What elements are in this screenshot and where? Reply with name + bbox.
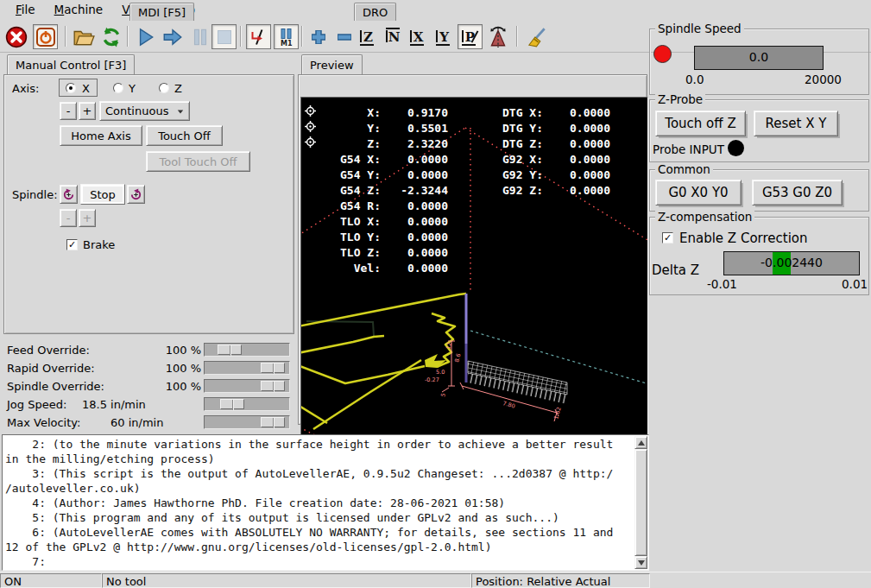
zoom-in-icon <box>308 27 329 47</box>
status-tool: No tool <box>102 573 471 588</box>
view-y-button[interactable]: Y <box>432 24 457 49</box>
slider-handle[interactable] <box>261 381 285 391</box>
dro-label: X: <box>319 106 381 119</box>
scroll-down-button[interactable] <box>634 556 647 569</box>
spindle-reverse-button[interactable] <box>60 185 78 204</box>
axis-z-radio[interactable] <box>159 83 169 93</box>
status-position-mode: Position: Relative Actual <box>471 573 650 588</box>
view-z-icon: Z <box>358 27 378 47</box>
svg-text:M1: M1 <box>281 40 293 47</box>
dro-label2: G92 Z: <box>448 184 543 197</box>
menu-machine[interactable]: Machine <box>46 1 112 19</box>
tab-mdi[interactable]: MDI [F5] <box>129 3 194 21</box>
override-slider[interactable] <box>204 361 290 375</box>
optional-pause-toggle[interactable]: M1 <box>274 24 299 49</box>
view-z2-button[interactable]: N <box>382 24 407 49</box>
stop-program-button[interactable] <box>211 24 237 49</box>
homed-icon <box>305 121 316 132</box>
tool-line-upper <box>465 294 468 344</box>
spindle-forward-button[interactable] <box>127 185 145 204</box>
zoom-out-button[interactable] <box>331 24 357 49</box>
scroll-up-button[interactable] <box>634 436 647 449</box>
zoom-in-button[interactable] <box>306 24 331 49</box>
spindle-slower-button[interactable]: - <box>60 209 77 227</box>
g53-g0-z0-button[interactable]: G53 G0 Z0 <box>752 180 843 205</box>
axis-label: Axis: <box>12 82 39 95</box>
override-slider[interactable] <box>204 415 290 429</box>
jog-plus-button[interactable]: + <box>79 102 96 120</box>
open-file-button[interactable] <box>71 24 96 49</box>
override-value: 100 % <box>138 380 201 393</box>
pause-program-button[interactable] <box>187 24 212 49</box>
spindle-faster-button[interactable]: + <box>79 209 96 227</box>
touch-off-z-label: Touch off Z <box>665 116 735 131</box>
brake-checkbox[interactable]: ✓ <box>66 239 78 250</box>
run-icon <box>134 26 156 48</box>
log-line: in the milling/etching process) <box>5 452 613 466</box>
machine-power-button[interactable] <box>33 24 58 49</box>
log-line: 12 of the GPLv2 @ http://www.gnu.org/lic… <box>5 540 613 554</box>
override-slider[interactable] <box>204 397 290 411</box>
status-bar: ON No tool Position: Relative Actual <box>0 572 871 588</box>
axis-x-radio[interactable] <box>66 83 76 93</box>
view-perspective-button[interactable]: P <box>458 24 483 49</box>
override-slider[interactable] <box>204 379 290 393</box>
dro-value: 0.5501 <box>381 122 448 135</box>
clear-plot-button[interactable] <box>524 24 549 49</box>
spindle-reverse-icon <box>62 188 75 201</box>
touch-off-button[interactable]: Touch Off <box>146 125 223 146</box>
override-slider[interactable] <box>204 343 290 357</box>
dro-row: TLO Y:0.0000 <box>305 229 610 244</box>
g53-label: G53 G0 Z0 <box>762 185 832 200</box>
menu-file[interactable]: File <box>7 1 44 19</box>
view-x-button[interactable]: X <box>406 24 431 49</box>
tab-dro[interactable]: DRO <box>354 3 396 21</box>
estop-button[interactable] <box>3 24 28 49</box>
dro-label: G54 X: <box>319 153 381 166</box>
step-program-button[interactable] <box>160 24 185 49</box>
toolbar-separator <box>516 26 518 47</box>
dro-readout: X:0.9170DTG X:0.0000Y:0.5501DTG Y:0.0000… <box>305 104 610 275</box>
enable-z-correction-checkbox[interactable]: ✓ <box>662 232 673 243</box>
dro-value: 0.0000 <box>381 199 448 212</box>
slider-handle[interactable] <box>261 363 285 373</box>
z-probe-group: Z-Probe Touch off Z Reset X Y Probe INPU… <box>649 99 869 162</box>
rotate-view-button[interactable] <box>485 24 510 49</box>
dro-value2: 0.0000 <box>543 106 610 119</box>
slider-handle[interactable] <box>218 345 242 355</box>
preview-canvas[interactable]: 12 8.6 5.0 -0.27 5 7.80 1.62 X:0.9170DTG… <box>300 97 648 446</box>
view-z2-icon: N <box>384 27 404 47</box>
view-y-icon: Y <box>434 27 454 47</box>
skip-lines-toggle[interactable] <box>246 24 271 49</box>
step-icon <box>161 26 184 48</box>
dro-row: X:0.9170DTG X:0.0000 <box>305 104 610 120</box>
axis-y-radio[interactable] <box>113 83 123 93</box>
tool-touch-off-button[interactable]: Tool Touch Off <box>146 151 250 172</box>
tab-manual-control[interactable]: Manual Control [F3] <box>7 54 135 75</box>
probe-input-label: Probe INPUT <box>653 142 724 156</box>
scrollbar-thumb[interactable] <box>634 449 647 556</box>
power-icon <box>35 27 56 47</box>
axis-y-label: Y <box>129 82 136 95</box>
run-program-button[interactable] <box>132 24 157 49</box>
reload-file-button[interactable] <box>98 24 123 49</box>
override-label: Feed Override: <box>7 344 90 357</box>
toolbar-separator <box>240 26 242 47</box>
home-axis-button[interactable]: Home Axis <box>60 125 142 146</box>
homed-icon <box>305 105 316 117</box>
spindle-stop-button[interactable]: Stop <box>80 184 125 205</box>
tab-preview[interactable]: Preview <box>301 54 363 75</box>
reset-xy-button[interactable]: Reset X Y <box>754 111 838 136</box>
log-scrollbar[interactable] <box>634 436 647 569</box>
slider-handle[interactable] <box>261 417 285 427</box>
spindle-plus-label: + <box>83 212 92 224</box>
jog-minus-button[interactable]: - <box>60 102 77 120</box>
view-z-button[interactable]: Z <box>356 24 381 49</box>
spindle-label: Spindle: <box>12 188 58 201</box>
slider-handle[interactable] <box>220 399 244 409</box>
g0-x0-y0-button[interactable]: G0 X0 Y0 <box>655 180 742 205</box>
touch-off-label: Touch Off <box>158 130 211 142</box>
touch-off-z-button[interactable]: Touch off Z <box>655 111 746 136</box>
jog-increment-combobox[interactable]: Continuous <box>99 101 190 121</box>
log-line: 7: <box>5 554 613 569</box>
